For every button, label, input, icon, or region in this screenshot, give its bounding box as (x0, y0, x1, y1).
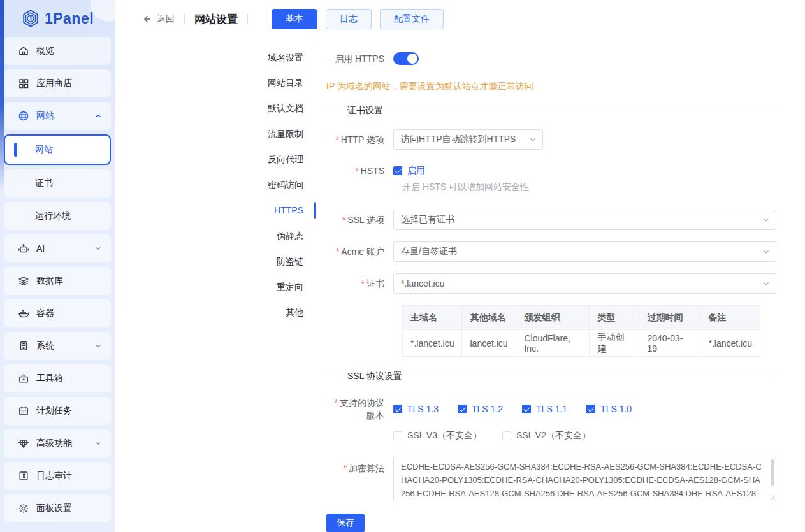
divider (247, 14, 248, 24)
sidebar-item-label: 高级功能 (36, 438, 72, 449)
divider (184, 14, 185, 24)
toolbox-icon (18, 373, 29, 384)
sslv2-checkbox[interactable]: SSL V2（不安全） (502, 430, 591, 442)
sidebar-item-container[interactable]: 容器 (4, 299, 111, 327)
required-asterisk: * (344, 463, 347, 473)
sidebar-item-system[interactable]: 系统 (4, 332, 111, 360)
https-toggle-switch[interactable] (393, 52, 419, 65)
required-asterisk: * (342, 215, 345, 225)
acme-account-label: *Acme 账户 (326, 245, 393, 258)
chevron-down-icon (762, 216, 770, 224)
certificate-value: *.lancet.icu (401, 278, 444, 289)
required-asterisk: * (336, 247, 339, 257)
http-option-select[interactable]: 访问HTTP自动跳转到HTTPS (393, 129, 543, 150)
sidebar-subitem-label: 运行环境 (35, 210, 71, 222)
submenu-item-password-access[interactable]: 密码访问 (141, 172, 315, 198)
sidebar-subitem-label: 网站 (35, 144, 53, 155)
ssl-option-select[interactable]: 选择已有证书 (393, 210, 776, 230)
tls10-checkbox[interactable]: TLS 1.0 (586, 404, 632, 414)
submenu-item-default-doc[interactable]: 默认文档 (141, 96, 315, 121)
col-type: 类型 (590, 306, 639, 330)
sidebar-item-label: 概览 (36, 45, 54, 57)
checkbox-checked-icon (522, 405, 531, 413)
selected-indicator (14, 143, 17, 157)
tab-config-file[interactable]: 配置文件 (380, 9, 444, 29)
ssl-option-value: 选择已有证书 (401, 214, 454, 226)
diamond-icon (18, 438, 29, 449)
required-asterisk: * (335, 134, 338, 145)
sidebar-item-audit[interactable]: 日志审计 (4, 462, 111, 490)
page-header: 返回 网站设置 基本 日志 配置文件 (115, 0, 805, 38)
sidebar-item-label: 数据库 (36, 275, 63, 287)
cell-primary-domain: *.lancet.icu (403, 330, 462, 357)
hsts-checkbox-label: 启用 (407, 165, 425, 176)
section-title-cert: 证书设置 (347, 105, 383, 117)
acme-account-value: 存量/自签证书 (401, 246, 457, 257)
col-issuer: 颁发组织 (516, 306, 590, 330)
submenu-item-rate-limit[interactable]: 流量限制 (141, 121, 315, 147)
submenu-item-redirect[interactable]: 重定向 (141, 274, 315, 299)
system-icon (18, 340, 29, 352)
sidebar-subitem-certificate[interactable]: 证书 (4, 169, 111, 198)
logo-text: 1Panel (45, 10, 94, 27)
submenu-item-rewrite[interactable]: 伪静态 (141, 223, 315, 248)
certificate-table: 主域名 其他域名 颁发组织 类型 过期时间 备注 *.lancet.icu la… (402, 305, 760, 357)
required-asterisk: * (335, 398, 338, 408)
tls11-checkbox[interactable]: TLS 1.1 (522, 404, 567, 414)
chevron-down-icon (762, 280, 770, 287)
sidebar-item-database[interactable]: 数据库 (4, 267, 111, 295)
tab-bar: 基本 日志 配置文件 (272, 9, 444, 29)
checkbox-unchecked-icon (502, 431, 511, 440)
section-divider-ssl: SSL 协议设置 (326, 371, 776, 382)
app-logo[interactable]: 1Panel (0, 0, 115, 37)
sidebar-item-label: 系统 (36, 340, 54, 352)
col-primary-domain: 主域名 (403, 306, 462, 330)
sidebar-subitem-runtime[interactable]: 运行环境 (4, 202, 111, 230)
hsts-label: *HSTS (326, 164, 393, 177)
sidebar-item-label: 容器 (36, 308, 54, 319)
textarea-resize-handle[interactable] (769, 494, 775, 500)
sidebar-item-ai[interactable]: AI (4, 234, 111, 262)
sidebar-nav: 概览 应用商店 网站 (0, 37, 115, 522)
https-toggle-label: 启用 HTTPS (326, 52, 393, 65)
sidebar-item-label: 应用商店 (36, 78, 72, 89)
sidebar-item-advanced[interactable]: 高级功能 (4, 429, 111, 457)
database-icon (18, 275, 29, 287)
acme-account-select[interactable]: 存量/自签证书 (393, 241, 776, 262)
tab-basic[interactable]: 基本 (272, 9, 317, 29)
cell-remark: *.lancet.icu (700, 330, 760, 357)
sslv2-label: SSL V2（不安全） (516, 430, 591, 442)
tls13-checkbox[interactable]: TLS 1.3 (393, 404, 439, 414)
back-button[interactable]: 返回 (141, 13, 175, 25)
sidebar-item-overview[interactable]: 概览 (4, 37, 111, 65)
submenu-item-site-dir[interactable]: 网站目录 (141, 70, 315, 96)
submenu-item-anti-leech[interactable]: 防盗链 (141, 248, 315, 274)
sidebar-item-panel-settings[interactable]: 面板设置 (4, 494, 111, 522)
tls11-label: TLS 1.1 (536, 404, 567, 414)
checkbox-checked-icon (393, 405, 402, 413)
log-list-icon (18, 470, 29, 482)
submenu-item-domain[interactable]: 域名设置 (141, 45, 315, 70)
sidebar-item-appstore[interactable]: 应用商店 (4, 69, 111, 97)
sidebar-item-toolbox[interactable]: 工具箱 (4, 364, 111, 392)
sidebar-item-label: 工具箱 (36, 373, 63, 384)
submenu-item-other[interactable]: 其他 (141, 299, 315, 325)
sidebar-subitem-website[interactable]: 网站 (4, 134, 111, 165)
textarea-scrollbar[interactable] (771, 459, 774, 486)
settings-body: 域名设置 网站目录 默认文档 流量限制 反向代理 密码访问 HTTPS 伪静态 … (115, 38, 805, 532)
submenu-item-https[interactable]: HTTPS (141, 198, 315, 223)
save-button[interactable]: 保存 (326, 514, 365, 532)
protocol-versions-label: *支持的协议版本 (326, 396, 393, 422)
back-arrow-icon (141, 14, 152, 24)
submenu-item-reverse-proxy[interactable]: 反向代理 (141, 147, 315, 172)
tab-log[interactable]: 日志 (326, 9, 372, 29)
sidebar-item-cron[interactable]: 计划任务 (4, 397, 111, 425)
sslv3-checkbox[interactable]: SSL V3（不安全） (393, 430, 482, 442)
certificate-label: *证书 (326, 277, 393, 290)
sidebar-item-website[interactable]: 网站 (4, 102, 111, 130)
tls12-checkbox[interactable]: TLS 1.2 (458, 404, 503, 414)
certificate-select[interactable]: *.lancet.icu (393, 273, 776, 294)
hsts-checkbox[interactable]: 启用 (393, 165, 757, 176)
cipher-textarea[interactable]: ECDHE-ECDSA-AES256-GCM-SHA384:ECDHE-RSA-… (393, 457, 776, 501)
required-asterisk: * (361, 278, 365, 289)
